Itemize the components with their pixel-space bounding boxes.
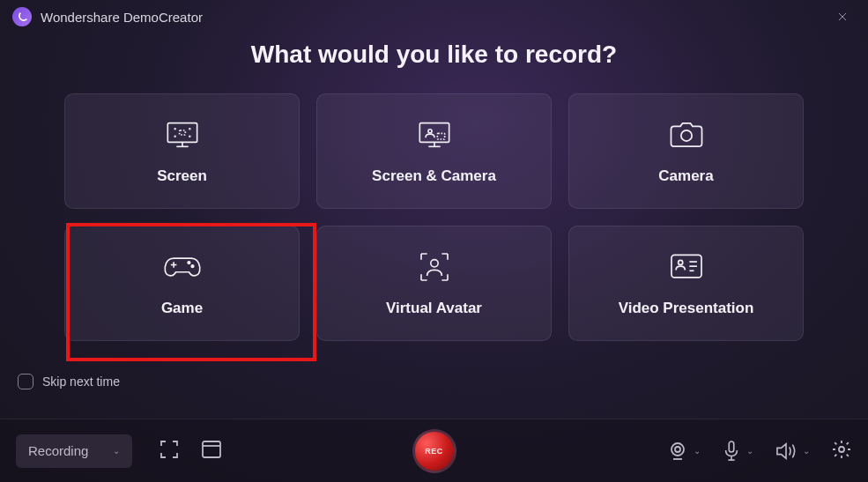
titlebar: Wondershare DemoCreator <box>0 0 868 33</box>
window-icon[interactable] <box>201 440 222 463</box>
recording-mode-dropdown[interactable]: Recording ⌄ <box>16 434 132 468</box>
card-label: Screen <box>157 167 207 185</box>
card-video-presentation[interactable]: Video Presentation <box>568 226 804 341</box>
svg-rect-19 <box>671 255 701 278</box>
svg-point-4 <box>189 128 189 129</box>
svg-point-16 <box>188 261 190 263</box>
svg-rect-12 <box>437 133 444 139</box>
page-heading: What would you like to record? <box>0 41 868 69</box>
game-controller-icon <box>162 250 203 284</box>
chevron-down-icon: ⌄ <box>746 446 753 456</box>
svg-point-11 <box>427 129 431 132</box>
bottom-toolbar: Recording ⌄ REC ⌄ <box>0 419 868 482</box>
card-virtual-avatar[interactable]: Virtual Avatar <box>316 226 552 341</box>
virtual-avatar-icon <box>417 250 452 284</box>
webcam-dropdown[interactable]: ⌄ <box>667 441 701 462</box>
card-label: Game <box>161 300 203 317</box>
svg-point-17 <box>191 264 194 267</box>
camera-icon <box>668 118 705 152</box>
record-button[interactable]: REC <box>412 429 456 473</box>
chevron-down-icon: ⌄ <box>113 446 120 456</box>
screen-icon <box>165 118 200 152</box>
card-screen[interactable]: Screen <box>64 93 300 209</box>
svg-point-5 <box>174 136 175 137</box>
microphone-dropdown[interactable]: ⌄ <box>722 440 753 463</box>
skip-checkbox[interactable] <box>18 374 33 389</box>
card-label: Video Presentation <box>619 300 754 317</box>
recording-mode-label: Recording <box>28 443 88 458</box>
fullscreen-icon[interactable] <box>159 439 180 463</box>
svg-point-27 <box>675 447 680 452</box>
options-grid: Screen Screen & Camera Camera <box>0 93 868 341</box>
svg-point-20 <box>678 260 682 264</box>
svg-rect-0 <box>167 122 197 142</box>
svg-point-18 <box>430 259 437 266</box>
chevron-down-icon: ⌄ <box>694 446 701 456</box>
card-label: Virtual Avatar <box>386 300 482 317</box>
svg-point-3 <box>174 128 175 129</box>
svg-point-26 <box>671 443 684 456</box>
card-camera[interactable]: Camera <box>568 93 804 209</box>
app-logo-icon <box>12 7 32 26</box>
settings-icon[interactable] <box>831 439 852 463</box>
chevron-down-icon: ⌄ <box>803 446 810 456</box>
skip-row[interactable]: Skip next time <box>18 374 120 389</box>
app-title: Wondershare DemoCreator <box>41 10 829 25</box>
svg-point-13 <box>680 130 691 140</box>
card-game[interactable]: Game <box>64 226 300 341</box>
card-label: Screen & Camera <box>372 167 496 185</box>
screen-camera-icon <box>417 118 452 152</box>
video-presentation-icon <box>668 250 705 284</box>
skip-label: Skip next time <box>42 374 120 389</box>
svg-point-6 <box>189 136 189 137</box>
svg-rect-24 <box>203 441 220 457</box>
svg-rect-7 <box>179 130 185 135</box>
card-label: Camera <box>658 167 713 185</box>
card-screen-camera[interactable]: Screen & Camera <box>316 93 552 209</box>
rec-label: REC <box>425 447 443 456</box>
close-button[interactable] <box>829 4 856 30</box>
speaker-dropdown[interactable]: ⌄ <box>775 441 810 461</box>
svg-rect-29 <box>729 441 734 452</box>
svg-point-32 <box>839 447 844 452</box>
